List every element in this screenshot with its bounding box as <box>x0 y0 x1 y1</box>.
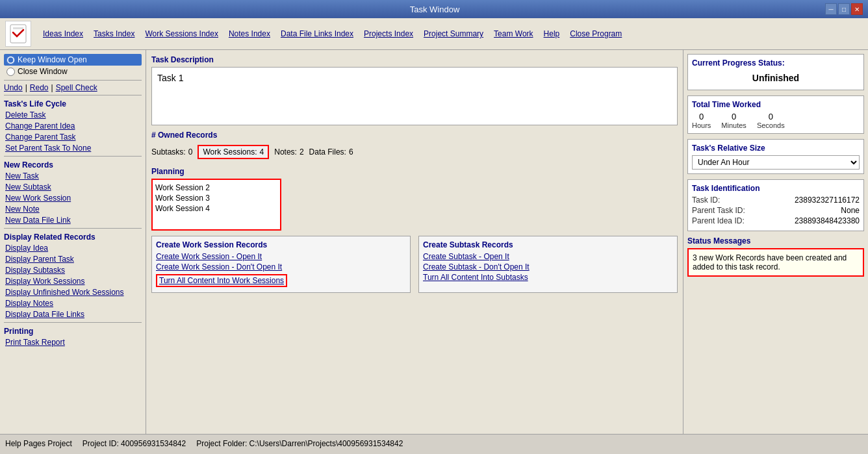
display-parent-task-link[interactable]: Display Parent Task <box>4 254 142 264</box>
help-pages-label: Help Pages Project <box>5 439 72 448</box>
owned-records-section: # Owned Records Subtasks: 0 Work Session… <box>151 131 678 162</box>
spell-check-link[interactable]: Spell Check <box>56 83 97 92</box>
display-work-sessions-link[interactable]: Display Work Sessions <box>4 276 142 286</box>
relative-size-section: Task's Relative Size Under An Hour <box>687 139 864 174</box>
menu-work-sessions-index[interactable]: Work Sessions Index <box>140 28 223 40</box>
relative-size-title: Task's Relative Size <box>692 144 860 153</box>
undo-link[interactable]: Undo <box>4 83 23 92</box>
total-time-title: Total Time Worked <box>692 100 860 109</box>
notes-count: Notes: 2 <box>274 147 303 157</box>
task-identification-section: Task Identification Task ID: 23893232711… <box>687 179 864 231</box>
minutes-display: 0 Minutes <box>721 112 747 129</box>
planning-item-1: Work Session 2 <box>155 183 277 193</box>
create-ws-open-link[interactable]: Create Work Session - Open It <box>156 252 406 261</box>
create-st-open-link[interactable]: Create Subtask - Open It <box>423 252 673 261</box>
menu-notes-index[interactable]: Notes Index <box>223 28 275 40</box>
planning-list-box: Work Session 2 Work Session 3 Work Sessi… <box>151 179 281 231</box>
redo-link[interactable]: Redo <box>30 83 49 92</box>
new-subtask-link[interactable]: New Subtask <box>4 182 142 192</box>
task-description-label: Task Description <box>151 55 678 64</box>
display-unfinished-work-sessions-link[interactable]: Display Unfinished Work Sessions <box>4 287 142 297</box>
menu-close-program[interactable]: Close Program <box>565 28 627 40</box>
subtasks-count: Subtasks: 0 <box>151 147 192 157</box>
create-st-title: Create Subtask Records <box>423 240 673 249</box>
menu-help[interactable]: Help <box>539 28 565 40</box>
printing-section-title: Printing <box>4 327 142 336</box>
project-folder-label: Project Folder: C:\Users\Darren\Projects… <box>196 439 403 448</box>
close-window-radio[interactable]: Close Window <box>4 66 142 77</box>
status-message-text: 3 new Work Records have been created and… <box>693 253 847 271</box>
change-parent-idea-link[interactable]: Change Parent Idea <box>4 121 142 131</box>
menu-team-work[interactable]: Team Work <box>489 28 538 40</box>
create-ws-dont-open-link[interactable]: Create Work Session - Don't Open It <box>156 262 406 271</box>
main-container: Keep Window Open Close Window Undo | Red… <box>0 50 868 434</box>
menu-bar: Ideas Index Tasks Index Work Sessions In… <box>0 18 868 50</box>
work-sessions-count-box: Work Sessions: 4 <box>198 145 269 159</box>
sidebar: Keep Window Open Close Window Undo | Red… <box>0 50 146 434</box>
time-worked-row: 0 Hours 0 Minutes 0 Seconds <box>692 112 860 129</box>
new-data-file-link[interactable]: New Data File Link <box>4 215 142 225</box>
menu-project-summary[interactable]: Project Summary <box>418 28 489 40</box>
data-files-count: Data Files: 6 <box>309 147 353 157</box>
maximize-button[interactable]: □ <box>838 3 850 15</box>
planning-label: Planning <box>151 167 678 176</box>
create-records-row: Create Work Session Records Create Work … <box>151 236 678 293</box>
task-name: Task 1 <box>157 73 183 83</box>
status-bar: Help Pages Project Project ID: 400956931… <box>0 434 868 452</box>
relative-size-select[interactable]: Under An Hour <box>692 155 860 170</box>
new-note-link[interactable]: New Note <box>4 204 142 214</box>
set-parent-task-none-link[interactable]: Set Parent Task To None <box>4 143 142 153</box>
status-messages-box: 3 new Work Records have been created and… <box>687 248 864 277</box>
display-subtasks-link[interactable]: Display Subtasks <box>4 265 142 275</box>
seconds-display: 0 Seconds <box>757 112 785 129</box>
create-st-dont-open-link[interactable]: Create Subtask - Don't Open It <box>423 262 673 271</box>
create-work-session-section: Create Work Session Records Create Work … <box>151 236 411 293</box>
menu-projects-index[interactable]: Projects Index <box>359 28 418 40</box>
title-bar-controls: ─ □ ✕ <box>825 3 863 15</box>
display-idea-link[interactable]: Display Idea <box>4 243 142 253</box>
progress-status-title: Current Progress Status: <box>692 58 860 68</box>
status-messages-section: Status Messages 3 new Work Records have … <box>687 236 864 277</box>
status-messages-title: Status Messages <box>687 236 864 246</box>
right-panel: Current Progress Status: Unfinished Tota… <box>683 50 868 434</box>
menu-ideas-index[interactable]: Ideas Index <box>38 28 88 40</box>
new-records-section-title: New Records <box>4 160 142 170</box>
planning-section: Planning Work Session 2 Work Session 3 W… <box>151 167 678 231</box>
print-task-report-link[interactable]: Print Task Report <box>4 337 142 347</box>
close-button[interactable]: ✕ <box>851 3 863 15</box>
new-task-link[interactable]: New Task <box>4 171 142 181</box>
title-bar-title: Task Window <box>44 5 825 14</box>
parent-task-id-row: Parent Task ID: None <box>692 206 860 215</box>
progress-status-section: Current Progress Status: Unfinished <box>687 54 864 90</box>
display-notes-link[interactable]: Display Notes <box>4 298 142 309</box>
display-data-file-links-link[interactable]: Display Data File Links <box>4 309 142 320</box>
project-id-label: Project ID: 400956931534842 <box>83 439 186 448</box>
app-icon <box>5 21 31 47</box>
change-parent-task-link[interactable]: Change Parent Task <box>4 132 142 142</box>
new-work-session-link[interactable]: New Work Session <box>4 193 142 203</box>
edit-actions: Undo | Redo | Spell Check <box>4 83 142 92</box>
progress-status-value: Unfinished <box>692 70 860 86</box>
title-bar: Task Window ─ □ ✕ <box>0 0 868 18</box>
create-ws-title: Create Work Session Records <box>156 240 406 249</box>
minimize-button[interactable]: ─ <box>825 3 837 15</box>
hours-display: 0 Hours <box>692 112 711 129</box>
content-area: Task Description Task 1 # Owned Records … <box>146 50 683 434</box>
display-related-section-title: Display Related Records <box>4 233 142 242</box>
svg-rect-1 <box>13 27 23 29</box>
menu-tasks-index[interactable]: Tasks Index <box>88 28 140 40</box>
delete-task-link[interactable]: Delete Task <box>4 110 142 120</box>
task-id-row: Task ID: 238932327116172 <box>692 195 860 205</box>
lifecycle-section-title: Task's Life Cycle <box>4 99 142 108</box>
turn-content-ws-link[interactable]: Turn All Content Into Work Sessions <box>156 274 287 287</box>
parent-idea-id-row: Parent Idea ID: 238893848423380 <box>692 216 860 225</box>
relative-size-dropdown: Under An Hour <box>692 155 860 170</box>
owned-records-label: # Owned Records <box>151 131 678 140</box>
task-description-box[interactable]: Task 1 <box>151 67 678 125</box>
keep-window-open-radio[interactable]: Keep Window Open <box>4 54 142 66</box>
planning-item-2: Work Session 3 <box>155 193 277 203</box>
planning-item-3: Work Session 4 <box>155 203 277 214</box>
create-subtask-section: Create Subtask Records Create Subtask - … <box>418 236 678 293</box>
turn-content-st-link[interactable]: Turn All Content Into Subtasks <box>423 273 673 282</box>
menu-data-file-links-index[interactable]: Data File Links Index <box>275 28 359 40</box>
